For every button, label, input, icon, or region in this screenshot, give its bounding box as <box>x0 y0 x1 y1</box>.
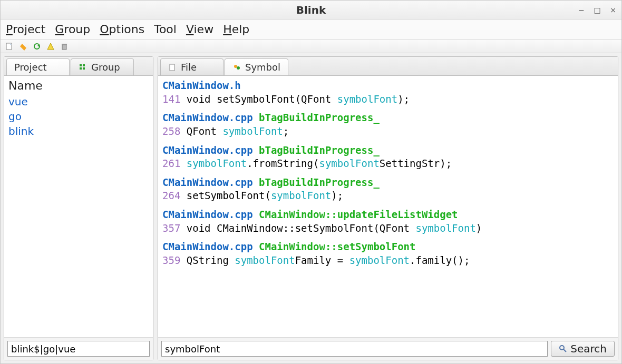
tab-file-label: File <box>181 62 197 73</box>
menu-view[interactable]: View <box>186 23 213 36</box>
result-block[interactable]: CMainWindow.cpp CMainWindow::setSymbolFo… <box>162 240 614 267</box>
project-item[interactable]: blink <box>8 124 149 139</box>
close-button[interactable]: × <box>609 6 617 14</box>
minimize-button[interactable]: − <box>577 6 586 14</box>
right-tabs: File Symbol <box>158 57 618 76</box>
svg-marker-5 <box>47 43 54 50</box>
project-filter-row <box>4 337 153 360</box>
tab-group-label: Group <box>91 62 120 73</box>
project-item[interactable]: vue <box>8 94 149 109</box>
file-icon <box>168 63 177 72</box>
result-line: 264 setSymbolFont(symbolFont); <box>162 189 614 203</box>
menubar: Project Group Options Tool View Help <box>1 19 621 40</box>
menu-help[interactable]: Help <box>223 23 249 36</box>
menu-project[interactable]: Project <box>6 23 45 36</box>
result-block[interactable]: CMainWindow.cpp bTagBuildInProgress_261 … <box>162 144 614 171</box>
project-filter-input[interactable] <box>7 341 150 357</box>
result-header: CMainWindow.cpp bTagBuildInProgress_ <box>162 176 614 190</box>
trash-icon[interactable] <box>60 42 69 51</box>
toolbar <box>1 40 621 53</box>
result-line: 357 void CMainWindow::setSymbolFont(QFon… <box>162 222 614 235</box>
svg-point-13 <box>234 65 237 68</box>
search-icon <box>559 345 567 353</box>
svg-rect-7 <box>62 44 67 45</box>
warning-icon[interactable] <box>46 42 55 51</box>
menu-options[interactable]: Options <box>100 23 144 36</box>
left-tabs: Project Group <box>4 57 153 76</box>
tab-file[interactable]: File <box>160 58 223 75</box>
svg-rect-9 <box>83 64 85 66</box>
result-header: CMainWindow.cpp CMainWindow::updateFileL… <box>162 208 614 222</box>
tab-project-label: Project <box>14 62 47 73</box>
new-icon[interactable] <box>5 42 14 51</box>
project-list: Name vuegoblink <box>4 76 153 337</box>
svg-rect-10 <box>80 67 82 70</box>
symbol-icon <box>232 63 241 72</box>
tab-group[interactable]: Group <box>71 58 134 75</box>
svg-rect-11 <box>83 67 85 70</box>
open-icon[interactable] <box>18 42 28 51</box>
search-button[interactable]: Search <box>551 341 615 357</box>
window-title: Blink <box>1 4 621 16</box>
menu-group[interactable]: Group <box>55 23 90 36</box>
tab-symbol[interactable]: Symbol <box>225 58 288 75</box>
result-block[interactable]: CMainWindow.cpp CMainWindow::updateFileL… <box>162 208 614 235</box>
result-block[interactable]: CMainWindow.cpp bTagBuildInProgress_258 … <box>162 111 614 138</box>
titlebar: Blink − □ × <box>1 1 621 19</box>
result-line: 258 QFont symbolFont; <box>162 125 614 139</box>
window-controls: − □ × <box>577 1 617 19</box>
result-block[interactable]: CMainWindow.cpp bTagBuildInProgress_264 … <box>162 176 614 203</box>
svg-rect-8 <box>80 64 82 66</box>
tab-project[interactable]: Project <box>6 58 70 75</box>
svg-line-16 <box>563 349 566 352</box>
result-header: CMainWindow.cpp CMainWindow::setSymbolFo… <box>162 240 614 254</box>
main-split: Project Group Name vuegoblink File <box>1 53 621 363</box>
search-input[interactable] <box>161 341 548 357</box>
svg-point-14 <box>237 66 240 70</box>
svg-rect-6 <box>62 45 66 50</box>
tab-symbol-label: Symbol <box>245 62 280 73</box>
svg-rect-12 <box>170 64 174 71</box>
grid-icon <box>79 63 87 72</box>
maximize-button[interactable]: □ <box>593 6 601 14</box>
results-panel: File Symbol CMainWindow.h141 void setSym… <box>158 56 618 360</box>
result-header: CMainWindow.h <box>162 79 614 93</box>
result-block[interactable]: CMainWindow.h141 void setSymbolFont(QFon… <box>162 79 614 106</box>
project-item[interactable]: go <box>8 109 149 124</box>
result-line: 261 symbolFont.fromString(symbolFontSett… <box>162 157 614 171</box>
result-header: CMainWindow.cpp bTagBuildInProgress_ <box>162 144 614 158</box>
project-list-header: Name <box>8 78 149 94</box>
result-header: CMainWindow.cpp bTagBuildInProgress_ <box>162 111 614 125</box>
search-row: Search <box>158 337 618 360</box>
refresh-icon[interactable] <box>32 42 42 51</box>
svg-marker-2 <box>20 44 26 51</box>
menu-tool[interactable]: Tool <box>154 23 177 36</box>
result-line: 359 QString symbolFontFamily = symbolFon… <box>162 254 614 268</box>
result-line: 141 void setSymbolFont(QFont symbolFont)… <box>162 93 614 106</box>
search-button-label: Search <box>570 342 607 355</box>
svg-point-15 <box>560 346 564 350</box>
results-list[interactable]: CMainWindow.h141 void setSymbolFont(QFon… <box>158 76 618 337</box>
project-panel: Project Group Name vuegoblink <box>4 56 153 360</box>
